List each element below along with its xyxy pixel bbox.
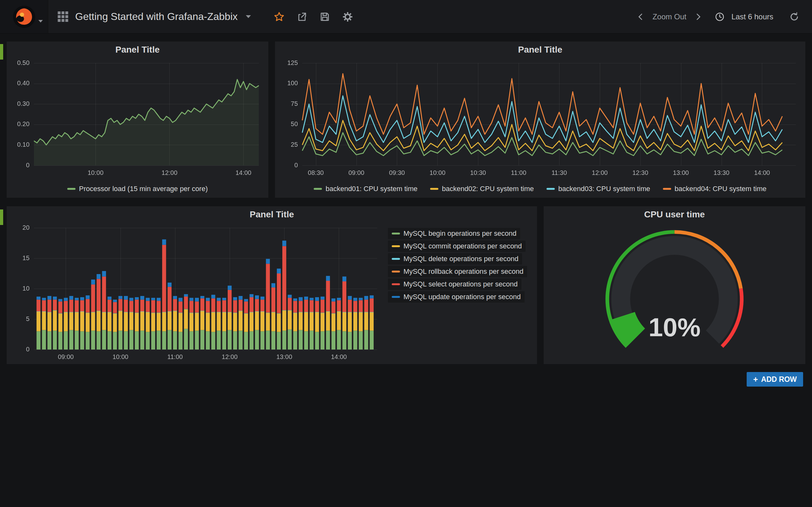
- dashboard-settings-button[interactable]: [337, 0, 358, 34]
- grafana-logo-icon: [11, 4, 37, 30]
- add-row-button[interactable]: + ADD ROW: [747, 372, 803, 387]
- legend-item[interactable]: backend03: CPU system time: [547, 185, 650, 193]
- legend-item[interactable]: MySQL begin operations per second: [388, 228, 520, 239]
- row-drag-handle[interactable]: [0, 44, 3, 60]
- legend-swatch-icon: [392, 258, 400, 260]
- save-dashboard-button[interactable]: [314, 0, 335, 34]
- legend-item[interactable]: MySQL rollback operations per second: [388, 266, 527, 277]
- title-dropdown-caret-icon: [246, 15, 251, 18]
- legend: MySQL begin operations per secondMySQL c…: [385, 223, 537, 364]
- star-icon: [274, 11, 285, 22]
- refresh-button[interactable]: [785, 0, 804, 34]
- legend-swatch-icon: [430, 188, 438, 190]
- legend-label: MySQL rollback operations per second: [403, 268, 523, 276]
- legend-label: MySQL select operations per second: [403, 280, 518, 288]
- panel-title[interactable]: Panel Title: [275, 42, 805, 58]
- legend-swatch-icon: [392, 283, 400, 285]
- legend-swatch-icon: [314, 188, 322, 190]
- panel-title[interactable]: Panel Title: [7, 206, 537, 223]
- time-range-picker[interactable]: Last 6 hours: [707, 0, 785, 34]
- legend-label: backend01: CPU system time: [325, 185, 417, 193]
- chevron-right-icon: [694, 13, 702, 21]
- legend-swatch-icon: [547, 188, 555, 190]
- mysql-operations-chart[interactable]: [9, 223, 385, 364]
- legend-swatch-icon: [392, 233, 400, 234]
- gear-icon: [342, 11, 353, 22]
- legend-item[interactable]: MySQL commit operations per second: [388, 240, 525, 252]
- legend-label: Processor load (15 min average per core): [79, 185, 208, 193]
- zoom-out-label: Zoom Out: [649, 12, 690, 21]
- legend-item[interactable]: MySQL update operations per second: [388, 291, 525, 302]
- dashboard-grid-icon: [58, 11, 68, 22]
- legend-item[interactable]: backend04: CPU system time: [663, 185, 767, 193]
- row-drag-handle[interactable]: [0, 210, 3, 225]
- navbar: Getting Started with Grafana-Zabbix: [0, 0, 812, 34]
- legend-swatch-icon: [392, 271, 400, 273]
- zoom-out-button[interactable]: Zoom Out: [649, 0, 690, 34]
- legend-swatch-icon: [67, 188, 75, 190]
- gauge-value: 10%: [648, 313, 700, 342]
- processor-load-chart[interactable]: [9, 58, 266, 180]
- share-dashboard-button[interactable]: [292, 0, 312, 34]
- legend-label: MySQL commit operations per second: [403, 242, 522, 250]
- add-row-label: ADD ROW: [761, 375, 797, 384]
- legend: Processor load (15 min average per core): [7, 180, 268, 198]
- grafana-logo-button[interactable]: [0, 0, 48, 33]
- legend-swatch-icon: [392, 296, 400, 298]
- legend-item[interactable]: MySQL delete operations per second: [388, 253, 522, 265]
- panel-mysql-operations: Panel Title MySQL begin operations per s…: [7, 206, 537, 364]
- star-dashboard-button[interactable]: [269, 0, 290, 34]
- legend-label: backend04: CPU system time: [675, 185, 767, 193]
- share-icon: [297, 11, 307, 22]
- legend-item[interactable]: MySQL select operations per second: [388, 279, 521, 290]
- cpu-user-time-gauge: [544, 223, 805, 364]
- panel-cpu-system-time: Panel Title backend01: CPU system timeba…: [275, 42, 805, 198]
- plus-icon: +: [753, 375, 758, 384]
- legend-item[interactable]: backend02: CPU system time: [430, 185, 534, 193]
- legend-swatch-icon: [663, 188, 671, 190]
- legend-swatch-icon: [392, 245, 400, 247]
- chevron-left-icon: [637, 13, 645, 21]
- dashboard-actions: [269, 0, 358, 33]
- legend-label: backend03: CPU system time: [558, 185, 650, 193]
- refresh-icon: [790, 12, 799, 21]
- legend: backend01: CPU system timebackend02: CPU…: [275, 180, 805, 198]
- legend-label: MySQL begin operations per second: [403, 229, 516, 238]
- legend-item[interactable]: backend01: CPU system time: [314, 185, 417, 193]
- panel-title[interactable]: Panel Title: [7, 42, 268, 58]
- dashboard-title-button[interactable]: Getting Started with Grafana-Zabbix: [48, 0, 260, 33]
- time-back-button[interactable]: [632, 0, 649, 34]
- legend-label: MySQL delete operations per second: [403, 255, 518, 263]
- save-icon: [319, 11, 330, 22]
- time-controls: Zoom Out Last 6 hours: [632, 0, 812, 33]
- panel-cpu-user-time: CPU user time 10%: [544, 206, 805, 364]
- cpu-system-time-chart[interactable]: [277, 58, 803, 180]
- logo-dropdown-caret-icon: [38, 20, 43, 22]
- panel-processor-load: Panel Title Processor load (15 min avera…: [7, 42, 268, 198]
- legend-item[interactable]: Processor load (15 min average per core): [67, 185, 208, 193]
- time-range-label: Last 6 hours: [728, 12, 776, 21]
- panel-title[interactable]: CPU user time: [544, 206, 805, 223]
- legend-label: backend02: CPU system time: [442, 185, 534, 193]
- clock-icon: [715, 12, 724, 21]
- legend-label: MySQL update operations per second: [403, 293, 521, 301]
- dashboard-title: Getting Started with Grafana-Zabbix: [75, 11, 238, 22]
- time-forward-button[interactable]: [690, 0, 707, 34]
